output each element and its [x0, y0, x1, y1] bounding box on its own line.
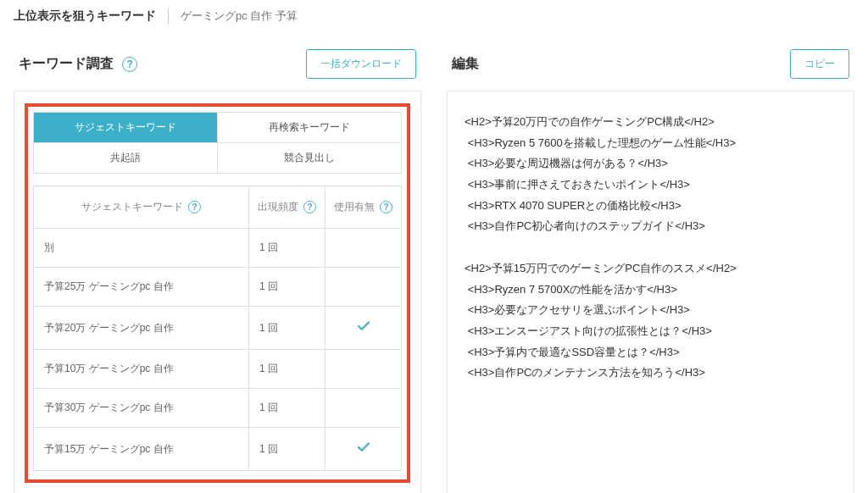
help-icon[interactable]: ?	[380, 201, 392, 213]
tab-suggest-keyword[interactable]: サジェストキーワード	[34, 113, 218, 143]
table-row: 予算30万 ゲーミングpc 自作1 回	[34, 389, 402, 428]
help-icon[interactable]: ?	[188, 201, 201, 213]
table-row: 予算15万 ゲーミングpc 自作1 回	[34, 428, 402, 471]
editor-panel: 編集 コピー <H2>予算20万円での自作ゲーミングPC構成</H2> <H3>…	[447, 41, 854, 493]
table-row: 予算10万 ゲーミングpc 自作1 回	[34, 350, 402, 389]
tab-competitor-headings[interactable]: 競合見出し	[218, 143, 402, 173]
left-panel-title-text: キーワード調査	[19, 55, 114, 73]
right-panel-title-text: 編集	[452, 55, 479, 73]
help-icon[interactable]: ?	[122, 57, 137, 72]
frequency-cell: 1 回	[249, 229, 326, 268]
keyword-cell: 予算25万 ゲーミングpc 自作	[34, 268, 249, 307]
keyword-research-panel: キーワード調査 ? 一括ダウンロード サジェストキーワード 再検索キーワード 共…	[14, 41, 421, 493]
used-cell	[326, 389, 402, 428]
used-cell	[326, 307, 402, 350]
frequency-cell: 1 回	[249, 268, 326, 307]
keyword-cell: 予算15万 ゲーミングpc 自作	[34, 428, 249, 471]
col-used-label: 使用有無	[334, 200, 375, 214]
tab-research-keyword[interactable]: 再検索キーワード	[218, 113, 402, 143]
header-keyword: ゲーミングpc 自作 予算	[181, 8, 298, 24]
keyword-cell: 別	[34, 229, 249, 268]
col-used: 使用有無 ?	[326, 186, 402, 229]
col-frequency-label: 出現頻度	[258, 200, 298, 214]
tab-cooccurrence[interactable]: 共起語	[34, 143, 218, 173]
left-panel-title: キーワード調査 ?	[19, 55, 137, 73]
col-keyword: サジェストキーワード ?	[34, 186, 249, 229]
table-row: 予算20万 ゲーミングpc 自作1 回	[34, 307, 402, 350]
keyword-table: サジェストキーワード ? 出現頻度 ?	[33, 186, 402, 471]
used-cell	[326, 428, 402, 471]
keyword-cell: 予算30万 ゲーミングpc 自作	[34, 389, 249, 428]
bulk-download-button[interactable]: 一括ダウンロード	[306, 49, 416, 79]
col-frequency: 出現頻度 ?	[249, 186, 326, 229]
keyword-cell: 予算20万 ゲーミングpc 自作	[34, 307, 249, 350]
used-cell	[326, 268, 402, 307]
help-icon[interactable]: ?	[303, 201, 316, 213]
highlight-frame: サジェストキーワード 再検索キーワード 共起語 競合見出し サジェストキーワード…	[25, 103, 410, 483]
frequency-cell: 1 回	[249, 389, 326, 428]
editor-textarea[interactable]: <H2>予算20万円での自作ゲーミングPC構成</H2> <H3>Ryzen 5…	[447, 91, 854, 493]
frequency-cell: 1 回	[249, 307, 326, 350]
check-icon	[356, 443, 371, 457]
header-divider	[168, 8, 169, 24]
copy-button[interactable]: コピー	[790, 49, 849, 79]
header-label: 上位表示を狙うキーワード	[14, 8, 156, 24]
right-panel-title: 編集	[452, 55, 479, 73]
frequency-cell: 1 回	[249, 350, 326, 389]
frequency-cell: 1 回	[249, 428, 326, 471]
used-cell	[326, 350, 402, 389]
table-row: 予算25万 ゲーミングpc 自作1 回	[34, 268, 402, 307]
used-cell	[326, 229, 402, 268]
check-icon	[356, 322, 371, 336]
col-keyword-label: サジェストキーワード	[81, 200, 183, 214]
keyword-tabs: サジェストキーワード 再検索キーワード 共起語 競合見出し	[33, 112, 402, 174]
page-header: 上位表示を狙うキーワード ゲーミングpc 自作 予算	[0, 0, 868, 41]
table-row: 別1 回	[34, 229, 402, 268]
keyword-cell: 予算10万 ゲーミングpc 自作	[34, 350, 249, 389]
